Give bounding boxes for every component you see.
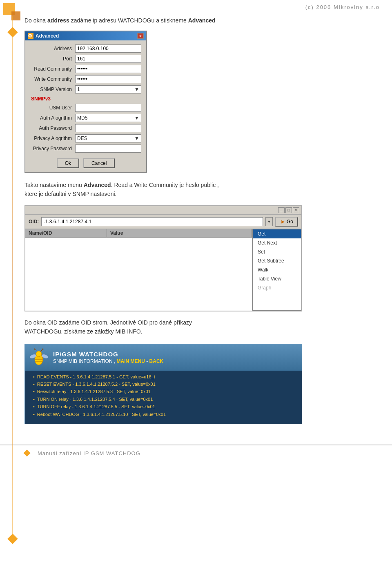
advanced-dialog-wrapper: ⚙ Advanced × Address Port Re: [24, 31, 376, 173]
mib-body: •READ EVENTS - 1.3.6.1.4.1.21287.5.1 - G…: [25, 371, 302, 424]
bottom-text-line2: Jednotlivé OID pro dané příkazy: [110, 319, 192, 326]
privacy-alogrithm-row: Privacy Alogrithm DES ▼: [30, 134, 141, 142]
snmpv3-section: SNMPv3 USM User Auth Alogrithm MD5 ▼: [30, 96, 141, 153]
oid-dropdown-button[interactable]: ▼: [265, 217, 273, 226]
page-header: (c) 2006 Mikrovlny s.r.o: [0, 0, 392, 12]
port-row: Port: [30, 55, 141, 63]
privacy-password-input[interactable]: [75, 145, 141, 153]
write-community-row: Write Community: [30, 75, 141, 83]
intro-paragraph: Do okna address zadáme ip adresu WATCHDO…: [24, 16, 376, 25]
auth-alogrithm-value: MD5: [77, 115, 87, 121]
go-label: Go: [287, 219, 293, 225]
dialog-title-text: Advanced: [36, 33, 59, 39]
mib-info-box: IP/GSM WATCHDOG SNMP MIB INFORMATION , M…: [24, 344, 302, 424]
svg-point-9: [34, 348, 36, 349]
usm-user-row: USM User: [30, 104, 141, 112]
usm-user-input[interactable]: [75, 104, 141, 112]
privacy-alogrithm-select[interactable]: DES ▼: [75, 134, 141, 142]
intro-text-before: Do okna: [24, 17, 47, 24]
privacy-password-label: Privacy Password: [30, 146, 75, 151]
snmp-version-select[interactable]: 1 ▼: [75, 85, 141, 93]
snmp-version-value: 1: [77, 87, 80, 92]
auth-password-label: Auth Password: [30, 125, 75, 131]
intro-text-middle: zadáme ip adresu WATCHDOGu a stiskneme: [69, 17, 188, 24]
cancel-button[interactable]: Cancel: [83, 158, 115, 168]
mib-bullet-icon: •: [33, 374, 35, 379]
mib-title-area: IP/GSM WATCHDOG SNMP MIB INFORMATION , M…: [53, 351, 163, 364]
after-dialog-text-before: Takto nastavíme menu: [24, 182, 84, 188]
mib-list-item: •Reswitch relay - 1.3.6.1.4.1.21287.5.3 …: [33, 389, 297, 395]
mib-item-text: Reboot WATCHDOG - 1.3.6.1.4.1.21287.5.10…: [37, 411, 166, 418]
context-menu-item-tableview[interactable]: Table View: [253, 274, 301, 283]
ok-button[interactable]: Ok: [57, 158, 79, 168]
context-menu-item-set[interactable]: Set: [253, 247, 301, 256]
mib-bullet-icon: •: [33, 412, 35, 417]
mib-nav-main-menu[interactable]: MAIN MENU: [117, 358, 145, 364]
mib-bullet-icon: •: [33, 404, 35, 409]
go-button[interactable]: ➤ Go: [275, 217, 298, 227]
context-menu-item-walk[interactable]: Walk: [253, 265, 301, 274]
snmp-toolbar: OID: ▼ ➤ Go: [25, 215, 301, 229]
dialog-buttons: Ok Cancel: [30, 157, 141, 168]
snmp-table-area: Name/OID Value: [25, 229, 252, 311]
mib-list-item: •READ EVENTS - 1.3.6.1.4.1.21287.5.1 - G…: [33, 374, 297, 380]
maximize-button[interactable]: □: [285, 207, 292, 213]
snmp-version-row: SNMP Version 1 ▼: [30, 85, 141, 93]
snmp-table-body: [25, 238, 252, 303]
page-footer: Manuál zařízení IP GSM WATCHDOG: [0, 445, 392, 461]
address-input[interactable]: [75, 44, 141, 53]
after-dialog-advanced-bold: Advanced: [84, 182, 111, 188]
mib-item-text: READ EVENTS - 1.3.6.1.4.1.21287.5.1 - GE…: [37, 374, 155, 380]
intro-advanced-bold: Advanced: [188, 17, 216, 24]
auth-alogrithm-select[interactable]: MD5 ▼: [75, 114, 141, 122]
snmp-main-area: Name/OID Value Get Get Next Set Get Subt…: [25, 229, 301, 311]
mib-subtitle: SNMP MIB INFORMATION , MAIN MENU - BACK: [53, 358, 163, 364]
write-community-input[interactable]: [75, 75, 141, 83]
minimize-button[interactable]: _: [278, 207, 285, 213]
bottom-text-line3: WATCHDOGu, získáme ze záložky MIB INFO.: [24, 328, 143, 335]
privacy-dropdown-arrow-icon: ▼: [134, 136, 139, 141]
context-menu-item-getnext[interactable]: Get Next: [253, 238, 301, 247]
write-community-label: Write Community: [30, 76, 75, 82]
dropdown-arrow-icon: ▼: [134, 87, 139, 92]
oid-input[interactable]: [41, 217, 263, 226]
advanced-dialog: ⚙ Advanced × Address Port Re: [24, 31, 147, 173]
dialog-body: Address Port Read Community Write Commun…: [25, 40, 146, 172]
mib-list-item: •TURN ON relay - 1.3.6.1.4.1.21287.5.4 -…: [33, 396, 297, 402]
snmp-context-menu: Get Get Next Set Get Subtree Walk Table …: [252, 229, 301, 311]
after-dialog-paragraph: Takto nastavíme menu Advanced. Read a Wr…: [24, 180, 376, 199]
mib-item-text: TURN ON relay - 1.3.6.1.4.1.21287.5.4 - …: [37, 396, 153, 402]
read-community-input[interactable]: [75, 65, 141, 73]
intro-address-bold: address: [47, 17, 69, 24]
snmp-table-header: Name/OID Value: [25, 229, 252, 238]
context-menu-item-get[interactable]: Get: [253, 229, 301, 238]
close-window-button[interactable]: ×: [293, 207, 299, 213]
bottom-text-line1: Do okna OID zadáme OID strom.: [24, 319, 109, 326]
read-community-row: Read Community: [30, 65, 141, 73]
privacy-alogrithm-label: Privacy Alogrithm: [30, 136, 75, 141]
read-community-label: Read Community: [30, 66, 75, 72]
auth-password-row: Auth Password: [30, 124, 141, 132]
go-arrow-icon: ➤: [280, 218, 285, 225]
auth-password-input[interactable]: [75, 124, 141, 132]
dialog-close-button[interactable]: ×: [137, 33, 144, 39]
mib-list-item: •TURN OFF relay - 1.3.6.1.4.1.21287.5.5 …: [33, 404, 297, 410]
port-label: Port: [30, 56, 75, 62]
port-input[interactable]: [75, 55, 141, 63]
mib-subtitle-text: SNMP MIB INFORMATION: [53, 358, 113, 364]
dialog-titlebar: ⚙ Advanced ×: [25, 31, 146, 40]
footer-diamond-decoration: [24, 450, 31, 457]
mib-item-text: RESET EVENTS - 1.3.6.1.4.1.21287.5.2 - S…: [37, 381, 156, 387]
snmp-browser-window: _ □ × OID: ▼ ➤ Go Name/OID Value: [24, 205, 302, 311]
mib-item-text: Reswitch relay - 1.3.6.1.4.1.21287.5.3 -…: [37, 389, 151, 395]
context-menu-item-getsubtree[interactable]: Get Subtree: [253, 256, 301, 265]
snmpv3-label: SNMPv3: [30, 96, 141, 102]
mib-list-item: •RESET EVENTS - 1.3.6.1.4.1.21287.5.2 - …: [33, 381, 297, 387]
mib-title: IP/GSM WATCHDOG: [53, 351, 163, 358]
snmp-window-titlebar: _ □ ×: [25, 206, 301, 215]
mib-header: IP/GSM WATCHDOG SNMP MIB INFORMATION , M…: [25, 344, 302, 371]
mib-nav-back[interactable]: BACK: [149, 358, 164, 364]
gear-icon: ⚙: [28, 33, 33, 39]
svg-point-10: [42, 348, 44, 349]
auth-alogrithm-row: Auth Alogrithm MD5 ▼: [30, 114, 141, 122]
